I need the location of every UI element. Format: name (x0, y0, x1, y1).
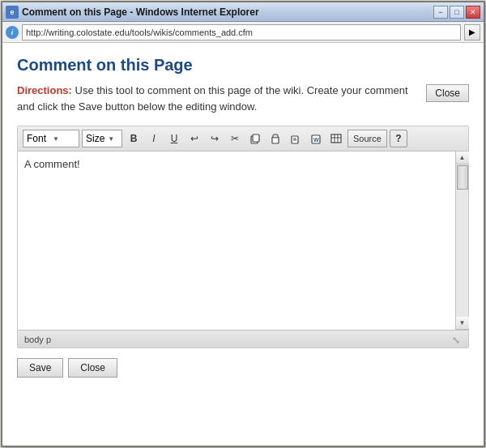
directions-text: Directions: Use this tool to comment on … (17, 83, 416, 114)
table-icon (330, 133, 342, 144)
source-button[interactable]: Source (347, 130, 387, 147)
directions-body: Use this tool to comment on this page of… (17, 84, 408, 113)
minimize-button[interactable]: − (433, 6, 448, 19)
window-title: Comment on this Page - Windows Internet … (22, 6, 259, 18)
cut-button[interactable]: ✂ (226, 130, 244, 147)
paste-button[interactable] (266, 130, 284, 147)
svg-rect-1 (253, 134, 259, 142)
font-dropdown-arrow: ▼ (53, 135, 75, 143)
undo-button[interactable]: ↩ (185, 130, 203, 147)
svg-rect-3 (273, 134, 278, 138)
editor-container: Font ▼ Size ▼ B I U ↩ ↪ ✂ (17, 126, 469, 348)
page-title: Comment on this Page (17, 56, 469, 75)
size-select[interactable]: Size ▼ (82, 130, 122, 147)
font-select[interactable]: Font ▼ (23, 130, 79, 147)
editor-content: A comment! (24, 158, 80, 170)
maximize-button[interactable]: □ (450, 6, 464, 19)
paste-word-button[interactable]: W (307, 130, 325, 147)
editor-statusbar: body p ⤡ (18, 330, 468, 348)
source-label: Source (353, 134, 382, 143)
table-button[interactable] (327, 130, 345, 147)
title-bar-left: e Comment on this Page - Windows Interne… (6, 6, 259, 19)
scrollbar-up-arrow[interactable]: ▲ (456, 151, 469, 164)
editor-scrollbar: ▲ ▼ (455, 151, 468, 330)
copy-button[interactable] (246, 130, 264, 147)
svg-rect-9 (331, 134, 341, 143)
resize-handle-icon[interactable]: ⤡ (452, 335, 462, 344)
save-button[interactable]: Save (17, 358, 63, 378)
svg-text:W: W (313, 137, 319, 143)
directions-row: Directions: Use this tool to comment on … (17, 83, 469, 114)
redo-button[interactable]: ↪ (206, 130, 224, 147)
page-close-button[interactable]: Close (426, 84, 469, 102)
bold-button[interactable]: B (125, 130, 143, 147)
scrollbar-down-arrow[interactable]: ▼ (456, 317, 469, 330)
paste-text-icon (290, 133, 301, 144)
size-select-label: Size (86, 133, 104, 144)
bottom-buttons: Save Close (17, 358, 469, 378)
editor-status-text: body p (24, 335, 51, 344)
bottom-close-button[interactable]: Close (68, 358, 117, 378)
help-button[interactable]: ? (390, 130, 407, 147)
underline-button[interactable]: U (165, 130, 183, 147)
page-content: Comment on this Page Directions: Use thi… (2, 43, 484, 446)
paste-word-icon: W (310, 133, 322, 144)
address-input[interactable] (22, 24, 461, 41)
editor-body-wrapper: A comment! ▲ ▼ (18, 151, 468, 330)
address-bar: i ▶ (2, 22, 484, 43)
browser-window: e Comment on this Page - Windows Interne… (1, 1, 485, 447)
copy-icon (249, 133, 261, 144)
size-dropdown-arrow: ▼ (108, 135, 118, 143)
window-close-button[interactable]: ✕ (466, 6, 480, 19)
go-button[interactable]: ▶ (464, 24, 480, 41)
paste-icon (270, 133, 281, 144)
browser-logo-icon: i (6, 26, 19, 39)
font-select-label: Font (27, 133, 49, 144)
italic-button[interactable]: I (145, 130, 163, 147)
title-bar: e Comment on this Page - Windows Interne… (2, 2, 484, 22)
window-controls: − □ ✕ (433, 6, 480, 19)
scrollbar-track (456, 164, 468, 317)
browser-icon: e (6, 6, 19, 19)
editor-toolbar: Font ▼ Size ▼ B I U ↩ ↪ ✂ (18, 126, 468, 151)
directions-label: Directions: (17, 84, 72, 96)
paste-text-button[interactable] (287, 130, 305, 147)
editor-body[interactable]: A comment! (18, 151, 455, 330)
scrollbar-thumb[interactable] (457, 165, 468, 190)
